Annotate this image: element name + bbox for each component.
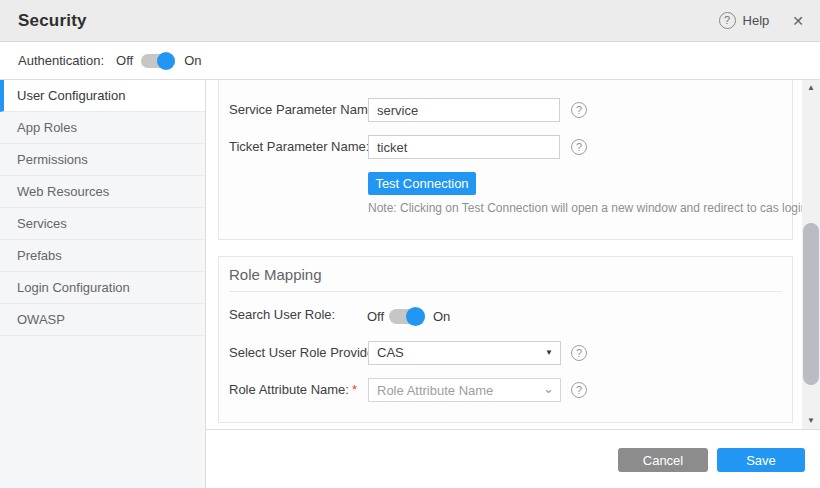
titlebar-actions: ? Help ✕ (719, 12, 804, 29)
role-attribute-input[interactable] (368, 378, 561, 402)
label-text: Ticket Parameter Name: (229, 139, 369, 154)
close-icon[interactable]: ✕ (792, 13, 804, 29)
authentication-toggle[interactable] (141, 52, 175, 70)
cas-config-panel: Service Parameter Name:* ? Ticket Parame… (218, 80, 793, 240)
toggle-knob (406, 307, 425, 326)
sidebar-item-app-roles[interactable]: App Roles (0, 112, 205, 144)
label-text: Role Attribute Name: (229, 382, 349, 397)
test-connection-button[interactable]: Test Connection (368, 172, 476, 195)
page-title: Security (18, 11, 87, 31)
role-attribute-label: Role Attribute Name:* (229, 378, 357, 402)
selected-provider-value: CAS (377, 345, 404, 360)
sidebar-item-user-configuration[interactable]: User Configuration (0, 80, 205, 112)
ticket-parameter-label: Ticket Parameter Name:* (229, 135, 377, 159)
footer-action-bar: Cancel Save (206, 429, 820, 488)
search-user-role-label: Search User Role: (229, 303, 335, 327)
user-role-provider-select[interactable]: CAS ▼ (368, 341, 561, 365)
sidebar: User Configuration App Roles Permissions… (0, 80, 206, 488)
role-mapping-title: Role Mapping (229, 266, 322, 283)
sidebar-item-permissions[interactable]: Permissions (0, 144, 205, 176)
toggle-knob (157, 52, 175, 70)
search-user-role-off-label: Off (367, 309, 384, 324)
help-button[interactable]: Help (743, 13, 770, 28)
vertical-scrollbar[interactable]: ▲ ▼ (802, 80, 820, 429)
authentication-off-label: Off (116, 53, 133, 68)
search-user-role-on-label: On (433, 309, 450, 324)
main-content: Service Parameter Name:* ? Ticket Parame… (206, 80, 820, 488)
sidebar-item-owasp[interactable]: OWASP (0, 304, 205, 336)
authentication-label: Authentication: (18, 53, 104, 68)
authentication-row: Authentication: Off On (0, 42, 820, 80)
scroll-down-icon[interactable]: ▼ (802, 413, 820, 429)
required-marker: * (352, 382, 357, 397)
ticket-parameter-input[interactable] (368, 135, 560, 159)
sidebar-item-services[interactable]: Services (0, 208, 205, 240)
cancel-button[interactable]: Cancel (618, 448, 708, 472)
role-mapping-panel: Role Mapping Search User Role: Off On Se… (218, 256, 793, 423)
scrollbar-thumb[interactable] (803, 223, 819, 385)
role-attribute-combobox[interactable]: ⌄ (368, 378, 561, 402)
sidebar-item-login-configuration[interactable]: Login Configuration (0, 272, 205, 304)
dropdown-arrow-icon: ▼ (545, 342, 553, 364)
titlebar: Security ? Help ✕ (0, 0, 820, 42)
role-attribute-help-icon[interactable]: ? (571, 382, 587, 398)
sidebar-item-prefabs[interactable]: Prefabs (0, 240, 205, 272)
service-parameter-label: Service Parameter Name:* (229, 98, 387, 122)
save-button[interactable]: Save (717, 448, 805, 472)
user-role-provider-label: Select User Role Provider: (229, 341, 382, 365)
sidebar-item-web-resources[interactable]: Web Resources (0, 176, 205, 208)
divider (229, 291, 782, 292)
service-parameter-help-icon[interactable]: ? (571, 102, 587, 118)
scroll-up-icon[interactable]: ▲ (802, 80, 820, 96)
test-connection-note: Note: Clicking on Test Connection will o… (368, 201, 807, 215)
user-role-provider-help-icon[interactable]: ? (571, 345, 587, 361)
service-parameter-input[interactable] (368, 98, 560, 122)
label-text: Service Parameter Name: (229, 102, 379, 117)
ticket-parameter-help-icon[interactable]: ? (571, 139, 587, 155)
help-icon[interactable]: ? (719, 12, 736, 29)
security-dialog: Security ? Help ✕ Authentication: Off On… (0, 0, 820, 488)
search-user-role-toggle[interactable] (389, 307, 425, 326)
authentication-on-label: On (184, 53, 201, 68)
